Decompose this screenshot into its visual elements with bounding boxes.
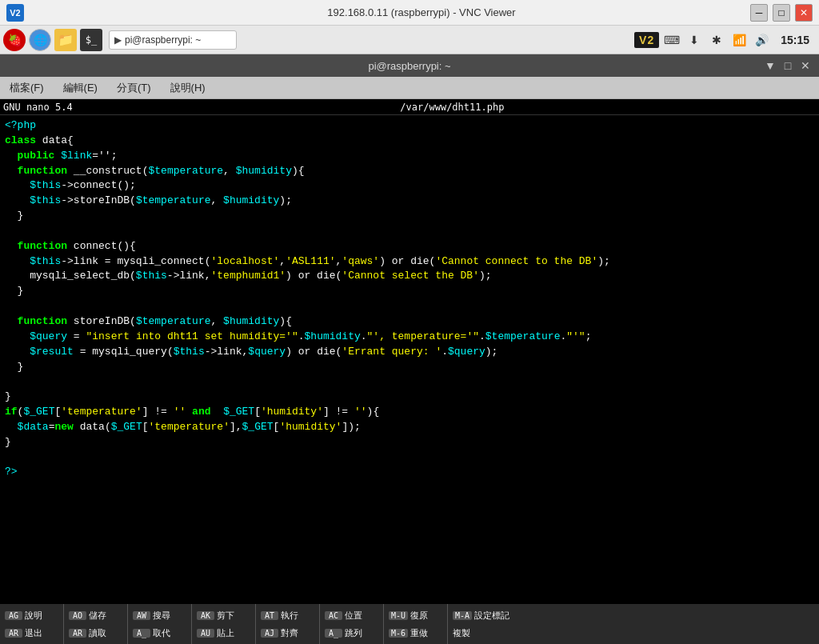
app-logo: V2 xyxy=(6,4,24,22)
shortcut-label-pos: 位置 xyxy=(345,610,362,622)
shortcut-key-at: AT xyxy=(261,611,278,620)
menu-bar: 檔案(F) 編輯(E) 分頁(T) 說明(H) xyxy=(0,77,819,99)
shortcut-mark: M-A 設定標記 複製 xyxy=(448,604,514,644)
shortcut-key-ak: AK xyxy=(197,611,214,620)
menu-help[interactable]: 說明(H) xyxy=(167,79,209,97)
shortcut-save: AO 儲存 AR 讀取 xyxy=(64,604,128,644)
shortcut-key-aj: AJ xyxy=(261,629,278,638)
shortcut-undo: M-U 復原 M-6 重做 xyxy=(384,604,448,644)
shortcut-exec: AT 執行 AJ 對齊 xyxy=(256,604,320,644)
vnc-minimize-btn[interactable]: ▼ xyxy=(763,59,777,72)
vnc-window-header: pi@raspberrypi: ~ ▼ □ ✕ xyxy=(0,54,819,77)
nano-status-bar: GNU nano 5.4 /var/www/dht11.php xyxy=(0,99,819,115)
nano-version: GNU nano 5.4 xyxy=(3,102,73,113)
maximize-button[interactable]: □ xyxy=(773,4,790,22)
shortcut-label-replace: 取代 xyxy=(153,627,170,639)
right-icons: V2 ⌨ ⬇ ✱ 📶 🔊 15:15 xyxy=(634,30,809,50)
shortcut-key-aw: AW xyxy=(133,611,150,620)
keyboard-icon: ⌨ xyxy=(662,30,681,50)
shortcut-label-exec: 執行 xyxy=(281,610,298,622)
shortcut-key-ar: AR xyxy=(5,629,22,638)
shortcut-key-m6: M-6 xyxy=(389,629,408,638)
title-bar: V2 192.168.0.11 (raspberrypi) - VNC View… xyxy=(0,0,819,26)
bluetooth-icon: ✱ xyxy=(707,30,726,50)
shortcut-key-ar2: AR xyxy=(69,629,86,638)
shortcut-label-mark: 設定標記 xyxy=(474,610,509,622)
bottom-shortcuts-bar: AG 說明 AR 退出 AO 儲存 AR 讀取 AW 搜尋 A_ 取代 AK 剪… xyxy=(0,604,819,644)
shortcut-label-save: 儲存 xyxy=(89,610,106,622)
vnc-window-title: pi@raspberrypi: ~ xyxy=(8,60,811,72)
shortcut-key-a__: A_ xyxy=(325,629,342,638)
minimize-button[interactable]: ─ xyxy=(750,4,768,22)
code-editor[interactable]: <?php class data{ public $link=''; funct… xyxy=(0,115,819,604)
vnc-badge: V2 xyxy=(634,32,659,48)
shortcut-key-ac: AC xyxy=(325,611,342,620)
menu-tabs[interactable]: 分頁(T) xyxy=(114,79,154,97)
shortcut-key-ao: AO xyxy=(69,611,86,620)
shortcut-key-a_: A_ xyxy=(133,629,150,638)
shortcut-label-goto: 跳列 xyxy=(345,627,362,639)
shortcut-key-ma: M-A xyxy=(453,611,472,620)
menu-edit[interactable]: 編輯(E) xyxy=(60,79,101,97)
folder-icon[interactable]: 📁 xyxy=(54,29,77,51)
vnc-close-btn[interactable]: ✕ xyxy=(798,59,813,72)
shortcut-label-redo: 重做 xyxy=(410,627,428,639)
clock: 15:15 xyxy=(781,34,809,46)
menu-file[interactable]: 檔案(F) xyxy=(6,79,47,97)
vnc-restore-btn[interactable]: □ xyxy=(781,59,795,72)
shortcut-label-copy: 複製 xyxy=(453,627,470,639)
editor-container: GNU nano 5.4 /var/www/dht11.php <?php cl… xyxy=(0,99,819,604)
shortcut-label-align: 對齊 xyxy=(281,627,298,639)
window-controls: ─ □ ✕ xyxy=(750,4,813,22)
shortcut-pos: AC 位置 A_ 跳列 xyxy=(320,604,384,644)
shortcut-search: AW 搜尋 A_ 取代 xyxy=(128,604,192,644)
shortcut-key-ag: AG xyxy=(5,611,22,620)
address-text: pi@raspberrypi: ~ xyxy=(125,34,201,46)
shortcut-label-search: 搜尋 xyxy=(153,610,170,622)
download-icon: ⬇ xyxy=(685,30,704,50)
address-bar[interactable]: ▶ pi@raspberrypi: ~ xyxy=(109,30,237,50)
shortcut-label-read: 讀取 xyxy=(89,627,106,639)
toolbar: 🍓 🌐 📁 $_ ▶ pi@raspberrypi: ~ V2 ⌨ ⬇ ✱ 📶 … xyxy=(0,26,819,54)
shortcut-help: AG 說明 AR 退出 xyxy=(0,604,64,644)
globe-icon[interactable]: 🌐 xyxy=(29,29,51,51)
shortcut-label-help: 說明 xyxy=(25,610,42,622)
shortcut-label-cut: 剪下 xyxy=(217,610,234,622)
terminal-icon[interactable]: $_ xyxy=(80,29,102,51)
window-title: 192.168.0.11 (raspberrypi) - VNC Viewer xyxy=(30,6,813,18)
nano-filename: /var/www/dht11.php xyxy=(89,102,816,113)
wifi-icon: 📶 xyxy=(729,30,749,50)
shortcut-cut: AK 剪下 AU 貼上 xyxy=(192,604,256,644)
shortcut-key-mu: M-U xyxy=(389,611,408,620)
shortcut-label-undo: 復原 xyxy=(410,610,428,622)
shortcut-label-exit: 退出 xyxy=(25,627,42,639)
close-button[interactable]: ✕ xyxy=(795,4,813,22)
raspberry-icon[interactable]: 🍓 xyxy=(3,29,26,51)
volume-icon: 🔊 xyxy=(752,30,771,50)
shortcut-key-au: AU xyxy=(197,629,214,638)
shortcut-label-paste: 貼上 xyxy=(217,627,234,639)
vnc-window-controls: ▼ □ ✕ xyxy=(763,59,813,72)
